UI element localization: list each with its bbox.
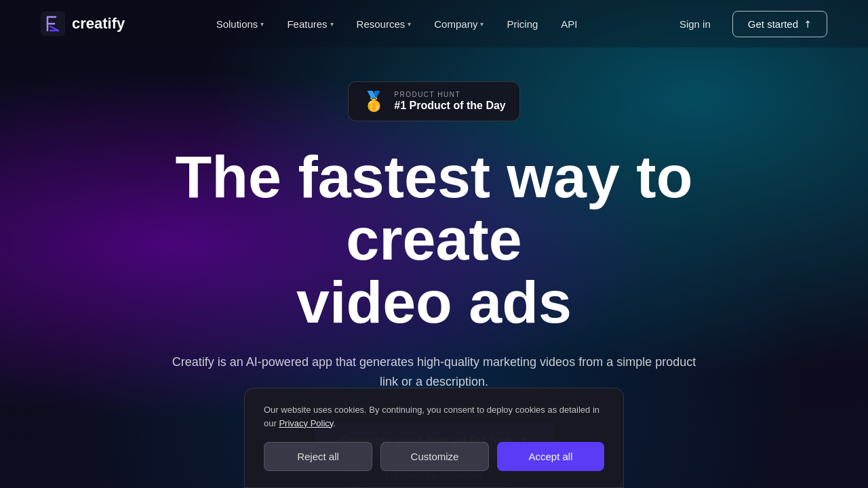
cookie-buttons: Reject all Customize Accept all [264, 442, 604, 471]
nav-item-api[interactable]: API [551, 13, 587, 35]
ph-title: #1 Product of the Day [394, 100, 505, 112]
nav-item-pricing[interactable]: Pricing [497, 13, 547, 35]
arrow-icon: ↗ [801, 17, 814, 30]
reject-all-button[interactable]: Reject all [264, 442, 372, 471]
navbar: creatify Solutions ▾ Features ▾ Resource… [0, 0, 868, 47]
medal-icon: 🥇 [362, 90, 386, 113]
logo-icon [41, 12, 65, 36]
sign-in-button[interactable]: Sign in [669, 13, 722, 35]
hero-title: The fastest way to create video ads [129, 146, 739, 333]
ph-text-group: PRODUCT HUNT #1 Product of the Day [394, 91, 505, 112]
get-started-button[interactable]: Get started ↗ [732, 11, 827, 37]
chevron-down-icon: ▾ [330, 20, 334, 28]
nav-item-features[interactable]: Features ▾ [277, 13, 342, 35]
accept-all-button[interactable]: Accept all [497, 442, 604, 471]
logo-text: creatify [72, 15, 125, 33]
product-hunt-badge: 🥇 PRODUCT HUNT #1 Product of the Day [348, 81, 519, 121]
chevron-down-icon: ▾ [408, 20, 411, 28]
cookie-message: Our website uses cookies. By continuing,… [264, 403, 604, 430]
logo[interactable]: creatify [41, 12, 125, 36]
privacy-policy-link[interactable]: Privacy Policy [279, 418, 333, 428]
nav-item-resources[interactable]: Resources ▾ [347, 13, 421, 35]
nav-item-company[interactable]: Company ▾ [425, 13, 493, 35]
hero-subtitle: Creatify is an AI-powered app that gener… [170, 352, 698, 392]
chevron-down-icon: ▾ [260, 20, 264, 28]
nav-links: Solutions ▾ Features ▾ Resources ▾ Compa… [207, 13, 587, 35]
cookie-banner: Our website uses cookies. By continuing,… [244, 388, 624, 488]
chevron-down-icon: ▾ [480, 20, 484, 28]
customize-button[interactable]: Customize [380, 442, 489, 471]
nav-actions: Sign in Get started ↗ [669, 11, 827, 37]
ph-label: PRODUCT HUNT [394, 91, 505, 98]
nav-item-solutions[interactable]: Solutions ▾ [207, 13, 274, 35]
